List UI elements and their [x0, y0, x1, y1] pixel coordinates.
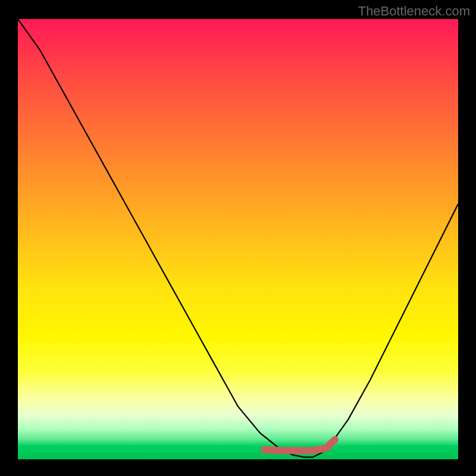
bottleneck-chart	[18, 19, 458, 459]
chart-svg	[18, 19, 458, 459]
chart-background	[18, 19, 458, 459]
watermark-text: TheBottleneck.com	[358, 4, 470, 19]
